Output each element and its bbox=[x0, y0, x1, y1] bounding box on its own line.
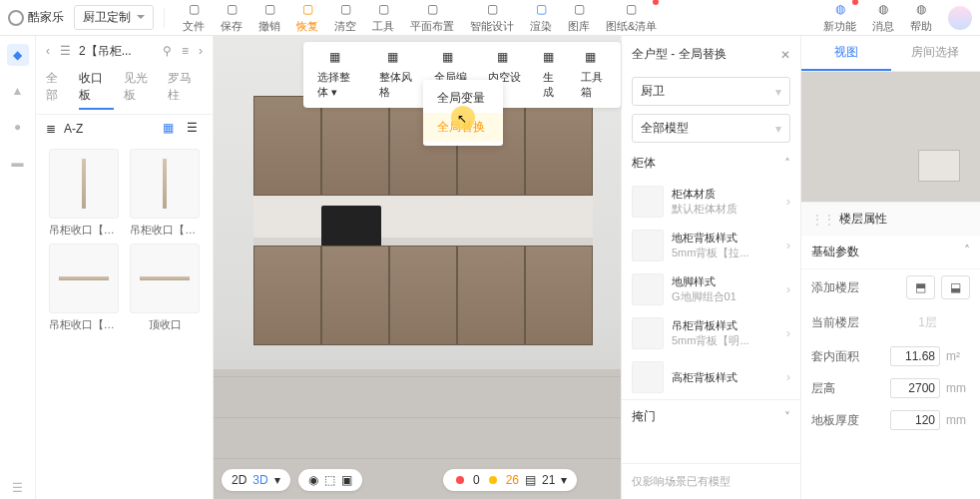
category-tabs: 全部收口板见光板罗马柱 bbox=[36, 66, 213, 115]
msg-icon: ◍ bbox=[875, 1, 891, 17]
library-item[interactable]: 吊柜收口【左】 bbox=[46, 244, 122, 332]
library-item[interactable]: 吊柜收口【右】 bbox=[128, 149, 204, 238]
top-toolbar: 酷家乐 厨卫定制 ▢文件▢保存▢撤销▢恢复▢清空▢工具▢平面布置▢智能设计▢渲染… bbox=[0, 0, 980, 36]
category-tab[interactable]: 罗马柱 bbox=[168, 70, 203, 110]
material-thumb bbox=[632, 186, 664, 218]
tools-button[interactable]: ▢工具 bbox=[364, 1, 402, 34]
gedit-icon: ▦ bbox=[442, 50, 460, 68]
property-value[interactable]: 120 bbox=[890, 410, 940, 430]
tab-room-select[interactable]: 房间选择 bbox=[891, 36, 981, 71]
replace-row[interactable]: 高柜背板样式› bbox=[622, 355, 800, 399]
file-icon: ▢ bbox=[186, 1, 202, 17]
rail-collapse-icon[interactable]: ☰ bbox=[7, 477, 29, 499]
drawing-button[interactable]: ▢图纸&清单 bbox=[598, 1, 665, 34]
replace-row[interactable]: 吊柜背板样式5mm背板【明...› bbox=[622, 311, 800, 355]
mode-dropdown[interactable]: 厨卫定制 bbox=[74, 5, 154, 30]
library-item[interactable]: 吊柜收口【一... bbox=[46, 149, 122, 238]
select-icon: ▦ bbox=[329, 50, 347, 68]
render-icon: ▢ bbox=[533, 1, 549, 17]
smart-button[interactable]: ▢智能设计 bbox=[462, 1, 522, 34]
view-2d-3d-toggle[interactable]: 2D 3D ▾ bbox=[222, 469, 290, 491]
material-thumb bbox=[632, 361, 664, 393]
add-floor-up[interactable]: ⬒ bbox=[906, 275, 935, 299]
render-button[interactable]: ▢渲染 bbox=[522, 1, 560, 34]
mode-select[interactable]: ▦选择整体 ▾ bbox=[307, 46, 369, 104]
msg-button[interactable]: ◍消息 bbox=[864, 1, 902, 34]
undo-button[interactable]: ▢撤销 bbox=[250, 1, 288, 34]
style-icon: ▦ bbox=[387, 50, 405, 68]
replace-row[interactable]: 地柜背板样式5mm背板【拉...› bbox=[622, 224, 800, 267]
property-row: 当前楼层1层 bbox=[801, 305, 980, 340]
clear-button[interactable]: ▢清空 bbox=[326, 1, 364, 34]
rail-item-4-icon[interactable]: ▬ bbox=[7, 152, 29, 174]
list-view-icon[interactable]: ☰ bbox=[187, 121, 203, 137]
help-icon: ◍ bbox=[913, 1, 929, 17]
replace-row[interactable]: 柜体材质默认柜体材质› bbox=[622, 180, 800, 224]
drawing-icon: ▢ bbox=[624, 1, 640, 17]
property-row: 地板厚度120mm bbox=[801, 404, 980, 436]
chevron-down-icon[interactable]: ˅ bbox=[784, 410, 790, 424]
category-tab[interactable]: 见光板 bbox=[124, 70, 159, 110]
replace-row[interactable]: 地脚样式G地脚组合01› bbox=[622, 267, 800, 311]
sort-icon[interactable]: ≣ bbox=[46, 122, 56, 136]
props-title: 楼层属性 bbox=[839, 211, 887, 228]
tools-icon: ▢ bbox=[375, 1, 391, 17]
rail-library-icon[interactable]: ◆ bbox=[7, 44, 29, 66]
property-row: 套内面积11.68m² bbox=[801, 340, 980, 372]
cursor-icon: ↖ bbox=[457, 112, 467, 126]
search-icon[interactable]: ⚲ bbox=[161, 42, 174, 60]
model-select[interactable]: 全部模型▾ bbox=[632, 114, 790, 143]
user-avatar[interactable] bbox=[948, 6, 972, 30]
property-value[interactable]: 2700 bbox=[890, 378, 940, 398]
library-item[interactable]: 顶收口 bbox=[128, 244, 204, 332]
mode-toolbox[interactable]: ▦工具箱 bbox=[571, 46, 617, 104]
panel-title: 2【吊柜... bbox=[79, 43, 155, 60]
chevron-right-icon: › bbox=[786, 326, 790, 340]
sort-label[interactable]: A-Z bbox=[64, 122, 83, 136]
help-button[interactable]: ◍帮助 bbox=[902, 1, 940, 34]
rail-item-2-icon[interactable]: ▲ bbox=[7, 80, 29, 102]
mode-style[interactable]: ▦整体风格 bbox=[369, 46, 424, 104]
properties-panel: 视图 房间选择 ⋮⋮楼层属性 基础参数˄ 添加楼层⬒⬓当前楼层1层套内面积11.… bbox=[800, 36, 980, 499]
chevron-right-icon: › bbox=[786, 239, 790, 252]
property-value[interactable]: 11.68 bbox=[890, 346, 940, 366]
rail-item-3-icon[interactable]: ● bbox=[7, 116, 29, 138]
layout-button[interactable]: ▢平面布置 bbox=[402, 1, 462, 34]
chevron-up-icon[interactable]: ˄ bbox=[784, 157, 790, 171]
view-tools[interactable]: ◉ ⬚ ▣ bbox=[298, 469, 362, 491]
file-button[interactable]: ▢文件 bbox=[175, 1, 213, 34]
tab-view[interactable]: 视图 bbox=[801, 36, 891, 71]
images-button[interactable]: ▢图库 bbox=[560, 1, 598, 34]
items-grid: 吊柜收口【一...吊柜收口【右】吊柜收口【左】顶收口 bbox=[36, 143, 213, 338]
toolbox-icon: ▦ bbox=[585, 50, 603, 68]
layers-icon: ▤ bbox=[525, 473, 536, 487]
global-replace-panel: 全户型 - 全局替换 ✕ 厨卫▾ 全部模型▾ 柜体˄ 柜体材质默认柜体材质›地柜… bbox=[621, 36, 800, 499]
redo-button[interactable]: ▢恢复 bbox=[288, 1, 326, 34]
clear-icon: ▢ bbox=[337, 1, 353, 17]
images-icon: ▢ bbox=[571, 1, 587, 17]
room-select[interactable]: 厨卫▾ bbox=[632, 77, 790, 106]
collapse-icon[interactable]: › bbox=[197, 42, 205, 60]
box-icon[interactable]: ▣ bbox=[341, 473, 352, 487]
add-floor-down[interactable]: ⬓ bbox=[941, 275, 970, 299]
drag-handle-icon[interactable]: ⋮⋮ bbox=[811, 213, 835, 227]
replace-title: 全户型 - 全局替换 bbox=[632, 46, 727, 63]
list-icon[interactable]: ☰ bbox=[58, 42, 73, 60]
close-icon[interactable]: ✕ bbox=[780, 48, 790, 62]
grid-view-icon[interactable]: ▦ bbox=[163, 121, 179, 137]
new-button[interactable]: ◍新功能 bbox=[815, 1, 864, 34]
category-tab[interactable]: 全部 bbox=[46, 70, 69, 110]
category-tab[interactable]: 收口板 bbox=[79, 70, 114, 110]
section-basic: 基础参数 bbox=[811, 244, 859, 260]
mode-gen[interactable]: ▦生成 bbox=[533, 46, 571, 104]
floorplan-preview[interactable] bbox=[801, 72, 980, 202]
chevron-right-icon: › bbox=[786, 195, 790, 209]
filter-icon[interactable]: ≡ bbox=[180, 42, 191, 60]
save-button[interactable]: ▢保存 bbox=[213, 1, 250, 34]
status-counts[interactable]: 0 26 ▤21 ▾ bbox=[443, 469, 577, 491]
eye-icon[interactable]: ◉ bbox=[308, 473, 318, 487]
back-icon[interactable]: ‹ bbox=[44, 42, 52, 60]
cube-icon[interactable]: ⬚ bbox=[324, 473, 335, 487]
redo-icon: ▢ bbox=[299, 1, 315, 17]
viewport-3d[interactable]: ▦选择整体 ▾▦整体风格▦全局编辑▦内空设计▦生成▦工具箱 全局变量 全局替换 … bbox=[214, 36, 621, 499]
